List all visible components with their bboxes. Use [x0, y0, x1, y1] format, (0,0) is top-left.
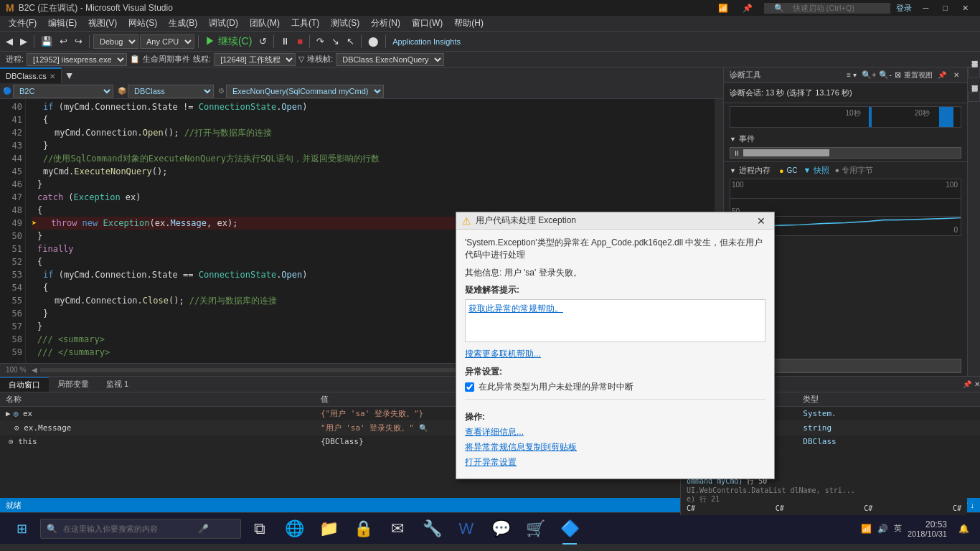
scroll-left-btn[interactable]: ◀	[32, 366, 37, 374]
menu-view[interactable]: 视图(V)	[83, 16, 123, 31]
step-into-btn[interactable]: ↘	[329, 34, 342, 48]
var-exmsg-search-icon[interactable]: 🔍	[419, 424, 428, 432]
exception-checkbox[interactable]	[465, 382, 474, 392]
sidebar-label-1[interactable]: 诊断工具资源管理器	[968, 67, 980, 77]
menu-test[interactable]: 测试(S)	[325, 16, 365, 31]
toolbar-redo-btn[interactable]: ↪	[72, 34, 85, 48]
menu-team[interactable]: 团队(M)	[244, 16, 286, 31]
taskbar-clock[interactable]: 20:53 2018/10/31	[908, 519, 947, 538]
restart-btn[interactable]: ↺	[256, 34, 270, 48]
taskbar-store-app[interactable]: 🛒	[519, 513, 551, 545]
select-tool-btn[interactable]: ≡ ▾	[844, 70, 859, 80]
dbclass-tab[interactable]: DBClass.cs ✕	[0, 67, 62, 83]
expand-ex-btn[interactable]: ▶	[6, 409, 11, 418]
tab-close-btn[interactable]: ✕	[50, 72, 55, 80]
stack-label: 堆栈帧:	[307, 54, 333, 65]
view-details-link[interactable]: 查看详细信息...	[465, 426, 765, 438]
diag-reset-view[interactable]: ⊠	[895, 70, 901, 80]
bottom-pin-btn[interactable]: 📌	[963, 380, 971, 388]
toolbar-undo-btn[interactable]: ↩	[57, 34, 70, 48]
taskbar-search-input[interactable]	[63, 524, 192, 533]
more-help-link[interactable]: 搜索更多联机帮助...	[465, 348, 765, 360]
filter-icon: ▽	[298, 55, 304, 64]
menu-edit[interactable]: 编辑(E)	[42, 16, 83, 31]
minimize-button[interactable]: ─	[918, 4, 935, 13]
step-out-btn[interactable]: ↖	[344, 34, 357, 48]
taskbar-vs-app[interactable]: 🔷	[554, 513, 585, 545]
taskbar-mail-app[interactable]: ✉	[382, 513, 413, 545]
menu-debug[interactable]: 调试(D)	[203, 16, 244, 31]
thread-select[interactable]: [12648] 工作线程	[214, 53, 296, 66]
lang-indicator[interactable]: 英	[894, 523, 902, 534]
toolbar-back-btn[interactable]: ◀	[3, 34, 16, 48]
debug-mode-select[interactable]: Debug	[93, 34, 138, 49]
taskbar-task-view[interactable]: ⧉	[244, 513, 275, 545]
events-triangle[interactable]: ▼	[730, 136, 736, 143]
explorer-icon: 📁	[319, 519, 339, 538]
breakpoint-btn[interactable]: ⬤	[365, 34, 382, 48]
copy-info-link[interactable]: 将异常常规信息复制到剪贴板	[465, 441, 765, 453]
diag-pin-btn[interactable]: 📌	[936, 70, 948, 80]
menu-help[interactable]: 帮助(H)	[448, 16, 489, 31]
taskbar-tools-app[interactable]: 🔧	[416, 513, 448, 545]
method-selector[interactable]: ExecNonQuery(SqlCommand myCmd)	[226, 85, 384, 98]
tray-volume-icon[interactable]: 🔊	[877, 524, 888, 534]
taskbar-word-app[interactable]: W	[451, 513, 482, 545]
taskbar-explorer-app[interactable]: 📁	[313, 513, 344, 545]
tab-local-vars[interactable]: 局部变量	[49, 377, 98, 391]
start-button[interactable]: ⊞	[6, 513, 37, 545]
menu-analyze[interactable]: 分析(N)	[365, 16, 406, 31]
snapshot-btn[interactable]: ▼ 快照	[804, 165, 829, 176]
exception-close-btn[interactable]: ✕	[754, 215, 768, 227]
editor-toolbar: 🔵 B2C 📦 DBClass ⚙ ExecNonQuery(SqlComman…	[0, 83, 723, 99]
app-insights-label[interactable]: Application Insights	[392, 37, 461, 46]
memory-triangle[interactable]: ▼	[730, 167, 736, 174]
help-link[interactable]: 获取此异常的常规帮助。	[468, 303, 563, 314]
continue-button[interactable]: ▶ 继续(C)	[202, 34, 255, 50]
menu-tools[interactable]: 工具(T)	[286, 16, 325, 31]
member-selector[interactable]: DBClass	[128, 85, 214, 98]
stack-select[interactable]: DBClass.ExecNonQuery	[336, 53, 444, 66]
sidebar-label-2[interactable]: 团队资源管理器	[968, 92, 980, 102]
events-pause-btn[interactable]: ⏸	[733, 149, 740, 157]
tab-watch1[interactable]: 监视 1	[98, 377, 137, 391]
mic-icon[interactable]: 🎤	[198, 524, 209, 534]
diag-close-btn[interactable]: ✕	[951, 70, 961, 80]
taskbar-chat-app[interactable]: 💬	[485, 513, 517, 545]
platform-select[interactable]: Any CPU	[140, 34, 194, 49]
taskbar-security-app[interactable]: 🔒	[347, 513, 379, 545]
exception-help-area[interactable]: 获取此异常的常规帮助。	[465, 299, 765, 342]
taskbar-search-bar[interactable]: 🔍 🎤	[40, 519, 241, 539]
menu-window[interactable]: 窗口(W)	[406, 16, 448, 31]
menu-build[interactable]: 生成(B)	[163, 16, 203, 31]
taskbar-edge-app[interactable]: 🌐	[278, 513, 310, 545]
step-over-btn[interactable]: ↷	[314, 34, 327, 48]
open-settings-link[interactable]: 打开异常设置	[465, 456, 765, 468]
exception-body: 'System.Exception'类型的异常在 App_Code.pdk16q…	[456, 230, 774, 479]
toolbar-forward-btn[interactable]: ▶	[17, 34, 30, 48]
pause-btn[interactable]: ⏸	[278, 34, 293, 48]
window-buttons[interactable]: ─ □ ✕	[918, 4, 974, 13]
menu-file[interactable]: 文件(F)	[3, 16, 42, 31]
class-selector[interactable]: B2C	[13, 85, 113, 98]
diag-zoom-in[interactable]: 🔍+	[862, 70, 876, 80]
scroll-down-btn[interactable]: ▼	[65, 70, 75, 81]
clock-date: 2018/10/31	[908, 529, 947, 538]
tab-auto-window[interactable]: 自动窗口	[0, 377, 49, 392]
diag-reset-label[interactable]: 重置视图	[904, 70, 933, 80]
notification-button[interactable]: 🔔	[953, 513, 974, 545]
menu-website[interactable]: 网站(S)	[123, 16, 163, 31]
bottom-close-btn[interactable]: ✕	[974, 380, 980, 388]
diagnostics-timeline[interactable]: 10秒 20秒	[730, 106, 961, 128]
process-select[interactable]: [12952] iisexpress.exe	[27, 53, 127, 66]
quick-launch-input[interactable]	[793, 4, 886, 12]
stop-btn[interactable]: ■	[294, 34, 306, 48]
close-button[interactable]: ✕	[956, 4, 974, 13]
maximize-button[interactable]: □	[937, 4, 953, 13]
diag-zoom-out[interactable]: 🔍-	[879, 70, 892, 80]
tray-network-icon[interactable]: 📶	[861, 524, 872, 534]
window-title: B2C (正在调试) - Microsoft Visual Studio	[19, 2, 173, 14]
login-text[interactable]: 登录	[896, 3, 912, 14]
toolbar-save-btn[interactable]: 💾	[38, 34, 55, 48]
zoom-level[interactable]: 100 %	[6, 366, 26, 374]
